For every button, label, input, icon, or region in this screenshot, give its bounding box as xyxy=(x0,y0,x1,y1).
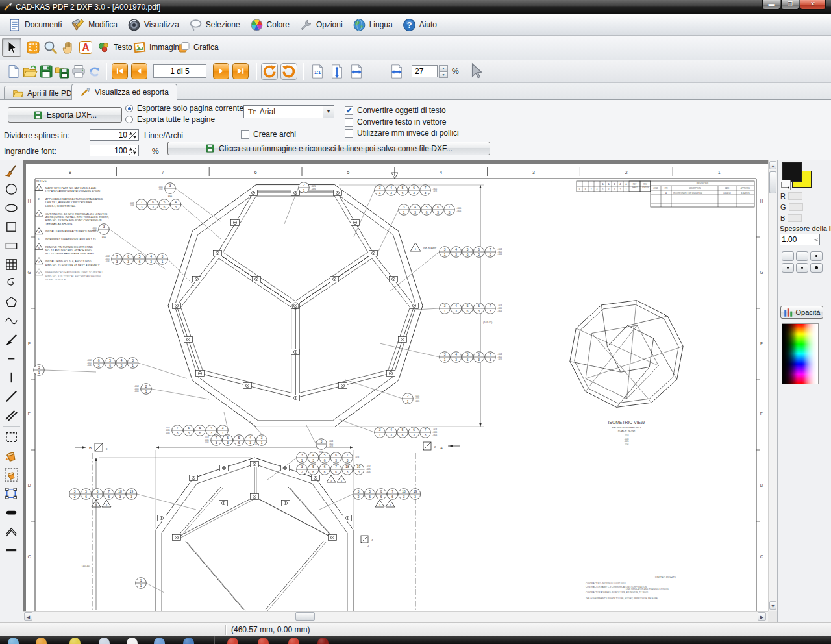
scroll-right-button[interactable]: ▶ xyxy=(758,612,766,621)
rectangle-tool[interactable] xyxy=(3,237,21,254)
check-convert-text-objects[interactable]: ✔Convertire oggetti di testo xyxy=(345,106,446,115)
toolbar-group-grafica[interactable]: Grafica xyxy=(173,38,223,57)
next-page-button[interactable] xyxy=(213,63,229,79)
splines-stepper[interactable] xyxy=(90,129,139,141)
select-area-tool-button[interactable] xyxy=(23,38,43,57)
transform-tool[interactable] xyxy=(3,485,21,502)
pan-tool-button[interactable] xyxy=(58,38,78,57)
taskbar-app-icon-9[interactable] xyxy=(258,638,269,644)
freehand-tool[interactable] xyxy=(3,312,21,330)
menu-item-modifica[interactable]: Modifica xyxy=(68,16,123,34)
opacity-button[interactable]: Opacità xyxy=(780,306,823,319)
chevron-tool[interactable] xyxy=(3,523,21,540)
splines-input[interactable] xyxy=(90,130,127,140)
taskbar-app-icon-6[interactable] xyxy=(154,638,165,644)
taskbar-app-icon-11[interactable] xyxy=(317,638,329,644)
ellipse-tool[interactable] xyxy=(3,199,21,217)
zoom-actual-button[interactable]: 1:1 xyxy=(308,62,327,81)
font-scale-stepper[interactable] xyxy=(90,145,139,156)
tab-view-export[interactable]: Visualizza ed esporta xyxy=(71,84,177,100)
vertical-scroll-thumb[interactable] xyxy=(769,171,776,193)
check-convert-text-vector[interactable]: Convertire testo in vettore xyxy=(345,118,446,127)
pdf-page[interactable]: 87654321HHGGFFEEDDCCNOTES:1MARK WITH PAR… xyxy=(26,164,768,611)
undo-button[interactable] xyxy=(85,62,105,81)
point-size-button-6[interactable] xyxy=(810,263,823,273)
spin-arrows-icon[interactable] xyxy=(814,236,818,244)
spin-arrows-icon[interactable] xyxy=(129,147,137,155)
line-thickness-input[interactable] xyxy=(780,235,813,244)
taskbar-app-icon-8[interactable] xyxy=(227,638,238,644)
rotate-left-button[interactable] xyxy=(261,63,278,80)
zoom-tool-button[interactable] xyxy=(41,38,60,57)
menu-item-aiuto[interactable]: ?Aiuto xyxy=(399,16,443,34)
vertical-line-tool[interactable] xyxy=(3,369,21,386)
taskbar-app-icon-2[interactable] xyxy=(36,638,47,644)
brush-tool[interactable] xyxy=(3,162,21,179)
check-use-mm[interactable]: Utilizzare mm invece di pollici xyxy=(345,129,459,138)
swap-colors-button[interactable] xyxy=(780,180,791,190)
document-canvas[interactable]: 87654321HHGGFFEEDDCCNOTES:1MARK WITH PAR… xyxy=(23,160,768,611)
close-button[interactable]: ✕ xyxy=(800,0,826,10)
windows-taskbar[interactable] xyxy=(0,636,831,644)
point-size-button-2[interactable] xyxy=(796,251,808,261)
fill-tool[interactable] xyxy=(3,447,21,465)
taskbar-app-icon-5[interactable] xyxy=(127,638,138,644)
fit-width-button[interactable] xyxy=(347,62,366,81)
curve-tool[interactable] xyxy=(3,275,21,292)
line-thickness-stepper[interactable] xyxy=(780,234,820,245)
foreground-color-swatch[interactable] xyxy=(782,162,802,182)
scroll-left-button[interactable]: ◀ xyxy=(24,612,32,621)
vertical-scrollbar[interactable]: ▲ ▼ xyxy=(768,160,777,611)
thick-bar-tool[interactable] xyxy=(3,504,21,521)
taskbar-app-icon-10[interactable] xyxy=(288,638,299,644)
zoom-spinner[interactable]: ▲▼ xyxy=(439,65,448,77)
radio-export-all-pages[interactable]: Esporta tutte le pagine xyxy=(125,115,215,124)
rotate-right-button[interactable] xyxy=(280,63,297,80)
selection-rect-tool[interactable] xyxy=(3,428,21,446)
page-number-input[interactable] xyxy=(153,64,206,78)
scroll-down-button[interactable]: ▼ xyxy=(769,601,776,610)
point-size-button-1[interactable] xyxy=(782,251,794,261)
menu-item-selezione[interactable]: Selezione xyxy=(185,16,246,34)
color-gradient-picker[interactable] xyxy=(782,323,819,384)
zoom-level-input[interactable] xyxy=(412,65,438,77)
point-size-button-5[interactable] xyxy=(796,263,808,273)
fit-page-button[interactable] xyxy=(387,62,406,81)
fit-height-button[interactable] xyxy=(327,62,347,81)
thick-line-tool[interactable] xyxy=(3,541,21,559)
spin-arrows-icon[interactable] xyxy=(129,131,137,140)
cursor-tool-button[interactable] xyxy=(2,38,21,57)
menu-item-colore[interactable]: Colore xyxy=(246,16,295,34)
export-dxf-button[interactable]: Esporta DXF... xyxy=(8,107,122,123)
polygon-tool[interactable] xyxy=(3,293,21,311)
minimize-button[interactable]: ▬ xyxy=(762,0,780,10)
arrow-tool[interactable] xyxy=(3,331,21,349)
horizontal-scrollbar[interactable]: ◀ ▶ xyxy=(23,611,768,622)
point-size-button-3[interactable] xyxy=(810,251,823,261)
parallel-lines-tool[interactable] xyxy=(3,406,21,424)
first-page-button[interactable] xyxy=(112,63,128,79)
prev-page-button[interactable] xyxy=(131,63,147,79)
taskbar-app-icon-3[interactable] xyxy=(69,638,81,644)
circle-tool[interactable] xyxy=(3,180,21,198)
diagonal-line-tool[interactable] xyxy=(3,388,21,405)
font-scale-input[interactable] xyxy=(90,146,127,155)
font-select[interactable]: Tr Arial ▼ xyxy=(243,105,334,118)
menu-item-lingua[interactable]: Lingua xyxy=(349,16,399,34)
radio-export-current-page[interactable]: Esportare solo pagina corrente xyxy=(125,104,243,113)
fill-selection-tool[interactable] xyxy=(3,466,21,484)
square-tool[interactable] xyxy=(3,218,21,236)
last-page-button[interactable] xyxy=(232,63,249,79)
scroll-up-button[interactable]: ▲ xyxy=(769,161,776,169)
horizontal-scroll-thumb[interactable] xyxy=(295,612,315,621)
restore-button[interactable]: ❐ xyxy=(781,0,799,10)
check-create-arcs[interactable]: Creare archi xyxy=(241,130,296,139)
menu-item-documenti[interactable]: Documenti xyxy=(4,16,68,34)
chevron-down-icon[interactable]: ▼ xyxy=(323,106,334,118)
taskbar-app-icon-4[interactable] xyxy=(99,638,110,644)
taskbar-app-icon-1[interactable] xyxy=(8,638,19,644)
menu-item-visualizza[interactable]: Visualizza xyxy=(123,16,185,34)
menu-item-opzioni[interactable]: Opzioni xyxy=(295,16,349,34)
line-tool[interactable] xyxy=(3,350,21,367)
title-bar[interactable]: CAD-KAS PDF 2 DXF 3.0 - [A001970.pdf] ▬ … xyxy=(0,0,831,14)
